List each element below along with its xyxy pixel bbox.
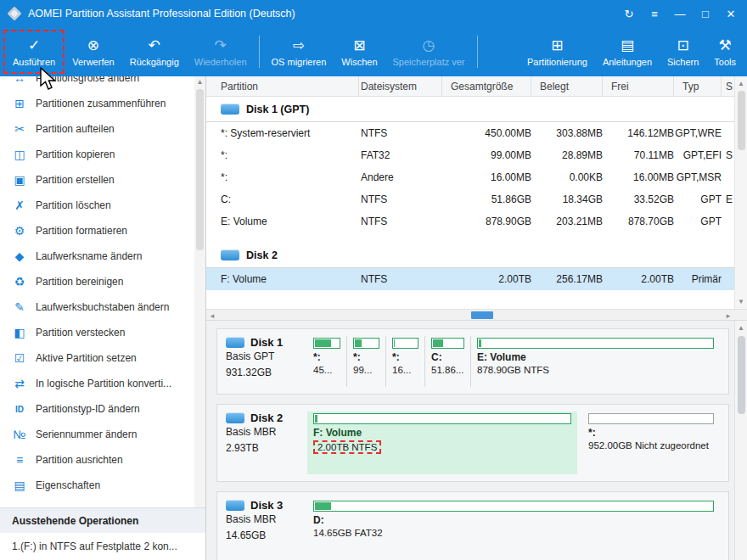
align-icon: ≡ [12,453,27,467]
undo-button[interactable]: ↶ Rückgängig [122,30,187,74]
tools-button[interactable]: ⚒ Tools [706,30,744,74]
backup-button[interactable]: ⊡ Sichern [660,30,706,74]
cell-total: 450.00MB [442,127,531,139]
partitioning-button[interactable]: ⊞ Partitionierung [520,30,595,74]
guides-button[interactable]: ▤ Anleitungen [595,30,660,74]
cell-partition: *: [206,149,359,161]
sidebar-item-convert-logical[interactable]: ⇄ In logische Partition konverti... [0,371,194,396]
disk1-info[interactable]: Disk 1 Basis GPT 931.32GB [226,336,307,387]
clock-icon: ◷ [423,37,435,54]
sync-icon[interactable]: ↻ [616,0,642,27]
book-icon: ▤ [621,37,634,54]
col-free[interactable]: Frei [603,76,674,96]
cell-free: 33.52GB [603,193,674,205]
partition-size: 16... [392,365,418,375]
partition-block[interactable]: *: 16... [385,336,424,387]
col-total[interactable]: Gesamtgröße [442,76,531,96]
migrate-os-button[interactable]: ⇨ OS migrieren [264,30,334,74]
sidebar-item-change-letter[interactable]: ✎ Laufwerksbuchstaben ändern [0,294,194,320]
cell-partition: C: [206,193,359,205]
undo-label: Rückgängig [130,57,179,67]
disk1-group-header[interactable]: Disk 1 (GPT) [206,97,734,122]
sidebar-item-copy[interactable]: ◫ Partition kopieren [0,142,194,167]
sidebar-item-properties[interactable]: ▤ Eigenschaften [0,473,194,498]
partition-block-selected[interactable]: F: Volume 2.00TB NTFS [307,412,577,474]
pending-operation-item[interactable]: 1.(F:) in NTFS auf Festplatte 2 kon... [0,533,205,560]
scrollbar-thumb[interactable] [738,336,745,414]
sidebar-item-hide[interactable]: ◧ Partition verstecken [0,320,194,345]
disk-panel-scrollbar[interactable]: ▲ [734,321,747,560]
sidebar-item-split[interactable]: ✂ Partition aufteilen [0,116,194,142]
table-row[interactable]: C: NTFS 51.86GB 18.34GB 33.52GB GPT E [206,188,734,210]
disk3-info[interactable]: Disk 3 Basis MBR 14.65GB [226,499,307,553]
table-row[interactable]: *: System-reserviert NTFS 450.00MB 303.8… [206,122,734,144]
cell-status: S [722,149,734,161]
col-type[interactable]: Typ [674,76,722,96]
sidebar: ↔ Partitionsgröße ändern ⊞ Partitionen z… [0,76,206,560]
scroll-up-icon[interactable]: ▲ [738,322,744,333]
table-row[interactable]: *: Andere 16.00MB 0.00KB 16.00MB GPT,MSR [206,166,734,188]
scroll-up-icon[interactable]: ▲ [738,78,744,89]
set-active-icon: ☑ [12,351,27,365]
cell-status: E [722,193,734,205]
scroll-left-icon[interactable]: ◂ [206,310,218,321]
partition-block[interactable]: E: Volume 878.90GB NTFS [470,336,720,387]
col-used[interactable]: Belegt [531,76,603,96]
sidebar-item-align[interactable]: ≡ Partition ausrichten [0,447,194,473]
col-partition[interactable]: Partition [206,76,359,96]
sidebar-item-format[interactable]: ⚙ Partition formatieren [0,218,194,244]
cell-free: 2.00TB [603,273,674,285]
sidebar-item-set-active[interactable]: ☑ Aktive Partition setzen [0,345,194,371]
cell-used: 303.88MB [531,127,603,139]
sidebar-item-merge[interactable]: ⊞ Partitionen zusammenführen [0,91,194,116]
scroll-up-icon[interactable]: ▲ [197,76,204,87]
scroll-right-icon[interactable]: ▸ [722,310,734,321]
sidebar-item-rename-drive[interactable]: ◆ Laufwerksname ändern [0,244,194,269]
sidebar-item-clean[interactable]: ♻ Partition bereinigen [0,269,194,294]
partition-block[interactable]: D: 14.65GB FAT32 [307,499,720,553]
free-space-button[interactable]: ◷ Speicherplatz ver [385,30,473,74]
redo-button[interactable]: ↷ Wiederholen [187,30,255,74]
cell-used: 203.21MB [531,216,603,227]
menu-icon[interactable]: ≡ [642,0,667,27]
sidebar-item-delete[interactable]: ✗ Partition löschen [0,193,194,218]
discard-button[interactable]: ⊗ Verwerfen [65,30,122,74]
table-row[interactable]: E: Volume NTFS 878.90GB 203.21MB 878.70G… [206,210,734,232]
table-row[interactable]: *: FAT32 99.00MB 28.89MB 70.11MB GPT,EFI… [206,144,734,166]
partition-size: 99... [353,365,379,375]
scroll-down-icon[interactable]: ▼ [738,296,744,307]
table-row-selected[interactable]: F: Volume NTFS 2.00TB 256.17MB 2.00TB Pr… [206,268,734,290]
table-header-row: Partition Dateisystem Gesamtgröße Belegt… [206,76,734,97]
disk2-group-header[interactable]: Disk 2 [206,243,734,268]
scrollbar-thumb[interactable] [738,91,745,150]
partition-block[interactable]: C: 51.86... [424,336,470,387]
maximize-button[interactable]: □ [693,0,718,27]
disk-icon [226,412,244,423]
sidebar-item-create[interactable]: ▣ Partition erstellen [0,167,194,193]
cell-type: GPT,WRE [674,127,722,139]
horizontal-scrollbar[interactable]: ◂ ▸ [206,309,747,320]
table-scrollbar[interactable]: ▲ ▼ [734,76,747,309]
scrollbar-thumb[interactable] [471,311,493,319]
cell-used: 0.00KB [531,171,603,183]
partitioning-icon: ⊞ [551,37,563,54]
close-button[interactable]: ✕ [718,0,744,27]
sidebar-item-resize[interactable]: ↔ Partitionsgröße ändern [0,76,194,91]
undo-icon: ↶ [149,37,160,54]
cell-filesystem: NTFS [359,193,442,205]
partition-block[interactable]: *: 99... [346,336,385,387]
partition-block[interactable]: *: 45... [307,336,346,387]
sidebar-item-type-id[interactable]: ID Partitionstyp-ID ändern [0,396,194,422]
minimize-button[interactable]: — [667,0,693,27]
disk2-info[interactable]: Disk 2 Basis MBR 2.93TB [226,412,307,474]
unallocated-block[interactable]: *: 952.00GB Nicht zugeordnet [582,412,720,474]
scrollbar-thumb[interactable] [196,89,204,250]
col-filesystem[interactable]: Dateisystem [359,76,442,96]
col-status[interactable]: S [722,76,734,96]
cell-total: 99.00MB [442,149,531,161]
sidebar-item-serial[interactable]: № Seriennummer ändern [0,422,194,447]
wipe-button[interactable]: ⊠ Wischen [334,30,385,74]
sidebar-scrollbar[interactable]: ▲ [194,76,205,507]
discard-label: Verwerfen [72,57,115,67]
disk-kind: Basis GPT [226,349,307,365]
